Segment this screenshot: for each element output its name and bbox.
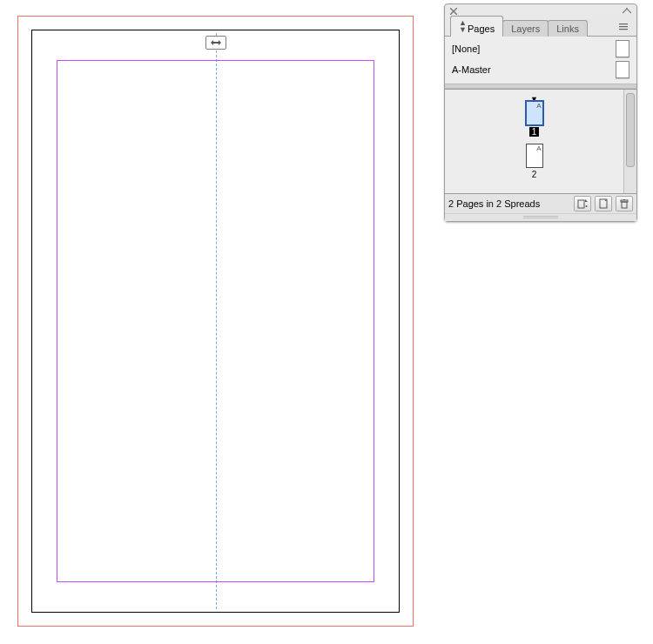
tab-label: Links xyxy=(556,23,579,34)
master-label: [None] xyxy=(452,44,480,54)
new-page-icon xyxy=(598,198,609,209)
panel-collapse-button[interactable] xyxy=(621,6,633,17)
svg-rect-6 xyxy=(622,202,627,208)
tab-label: Pages xyxy=(468,23,495,34)
panel-menu-button[interactable] xyxy=(616,20,631,34)
svg-rect-1 xyxy=(619,26,628,27)
svg-rect-2 xyxy=(619,29,628,30)
master-prefix: A xyxy=(536,144,541,152)
grip-lines-icon xyxy=(523,216,558,219)
svg-rect-8 xyxy=(623,199,625,200)
sort-icon: ▲▼ xyxy=(459,19,466,33)
page-number: 2 xyxy=(532,170,537,179)
column-guide-handle[interactable] xyxy=(205,36,226,50)
master-none[interactable]: [None] xyxy=(448,38,633,59)
master-prefix: A xyxy=(536,102,541,110)
page-thumbnails: ▼ A 1 A 2 xyxy=(445,90,623,193)
panel-tabs: ▲▼Pages Layers Links xyxy=(445,15,636,36)
tab-pages[interactable]: ▲▼Pages xyxy=(450,16,503,37)
tab-links[interactable]: Links xyxy=(548,20,588,37)
master-label: A-Master xyxy=(452,64,491,75)
close-icon xyxy=(450,8,457,15)
thumb-scrollbar[interactable] xyxy=(623,90,636,193)
trash-icon xyxy=(619,198,629,209)
new-page-button[interactable] xyxy=(595,196,612,211)
delete-page-button[interactable] xyxy=(616,196,633,211)
tab-label: Layers xyxy=(511,23,540,34)
double-arrow-icon xyxy=(210,39,222,46)
footer-status: 2 Pages in 2 Spreads xyxy=(448,198,540,209)
scrollbar-thumb[interactable] xyxy=(626,93,635,167)
page-thumb-1[interactable]: ▼ A 1 xyxy=(445,97,623,137)
document-view[interactable] xyxy=(17,16,414,627)
svg-rect-0 xyxy=(619,23,628,24)
panel-footer: 2 Pages in 2 Spreads xyxy=(445,193,636,213)
svg-rect-7 xyxy=(621,200,628,202)
panel-menu-icon xyxy=(619,23,628,31)
master-thumb-none xyxy=(616,40,629,57)
master-thumb-a xyxy=(616,61,629,78)
collapse-icon xyxy=(623,8,631,15)
bleed-area xyxy=(17,16,414,627)
panel-resize-grip[interactable] xyxy=(445,213,636,221)
page-number: 1 xyxy=(529,127,540,137)
tab-layers[interactable]: Layers xyxy=(502,20,549,37)
pages-panel: ▲▼Pages Layers Links [None] A- xyxy=(444,3,637,222)
edit-page-size-button[interactable] xyxy=(574,196,591,211)
page-rect: A xyxy=(526,144,543,168)
page-frame[interactable] xyxy=(31,30,400,613)
svg-point-4 xyxy=(586,205,588,207)
masters-list: [None] A-Master xyxy=(445,37,636,82)
master-a[interactable]: A-Master xyxy=(448,59,633,80)
page-rect: A xyxy=(526,101,543,125)
margin-frame xyxy=(57,60,374,582)
page-thumb-2[interactable]: A 2 xyxy=(445,144,623,179)
svg-rect-3 xyxy=(578,200,584,208)
edit-page-size-icon xyxy=(577,198,588,209)
